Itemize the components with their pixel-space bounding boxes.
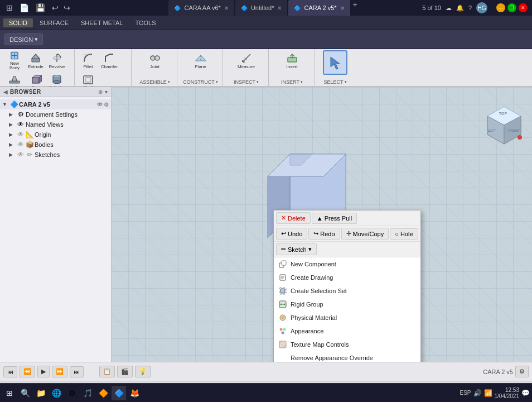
- playback-play-button[interactable]: ▶: [37, 366, 50, 377]
- help-icon[interactable]: ?: [468, 4, 472, 11]
- ctx-redo-button[interactable]: ↪ Redo: [308, 228, 340, 240]
- playback-next-button[interactable]: ⏩: [52, 366, 67, 377]
- tab-tools[interactable]: TOOLS: [129, 18, 161, 27]
- revolve-icon[interactable]: Revolve: [47, 50, 67, 70]
- ctx-appearance[interactable]: Appearance: [274, 324, 420, 338]
- taskbar-app-fusion-2[interactable]: 🔷: [112, 386, 126, 400]
- taskbar-search-button[interactable]: 🔍: [18, 386, 32, 400]
- chamfer-icon[interactable]: Chamfer: [99, 50, 119, 70]
- taskbar-notification-icon[interactable]: 💬: [521, 389, 530, 397]
- add-tab-icon[interactable]: +: [351, 0, 359, 16]
- tree-bodies[interactable]: ▶ 👁 📦 Bodies: [0, 140, 111, 150]
- extrude-icon[interactable]: Extrude: [26, 50, 46, 70]
- inspect-group-label[interactable]: INSPECT ▾: [226, 79, 266, 85]
- tree-root[interactable]: ▼ 🔷 CARA 2 v5 👁 ⚙: [0, 99, 111, 109]
- ctx-hole-button[interactable]: ○ Hole: [390, 228, 418, 240]
- canvas-status: CARA 2 v5: [483, 368, 513, 375]
- taskbar-lang-label: ESP: [460, 390, 471, 396]
- tab-close-untitled[interactable]: ✕: [277, 5, 282, 11]
- tree-root-settings[interactable]: ⚙: [104, 102, 109, 108]
- tab-cara2[interactable]: 🔷 CARA 2 v5* ✕: [288, 0, 350, 16]
- timeline-button[interactable]: 🎬: [117, 366, 133, 377]
- main-toolbar: New Body Extrude Revolve: [0, 49, 532, 87]
- plane-icon[interactable]: Plane: [191, 50, 211, 70]
- ctx-remove-appearance[interactable]: Remove Appearance Override: [274, 351, 420, 362]
- canvas[interactable]: TOP LEFT FRONT ✕ Delete ▲ Press Pull: [112, 87, 532, 362]
- ctx-undo-button[interactable]: ↩ Undo: [276, 228, 307, 240]
- playback-last-button[interactable]: ⏭: [70, 366, 84, 377]
- svg-point-18: [151, 56, 155, 60]
- tab-surface[interactable]: SURFACE: [34, 18, 74, 27]
- taskbar-app-fusion-1[interactable]: 🔶: [96, 386, 110, 400]
- browser-collapse-icon[interactable]: ◀: [3, 89, 8, 95]
- cloud-icon[interactable]: ☁: [446, 4, 452, 12]
- svg-point-19: [155, 56, 159, 60]
- select-cursor-icon[interactable]: [323, 50, 347, 75]
- tab-cara-aa[interactable]: 🔷 CARA AA v6* ✕: [168, 0, 234, 16]
- playback-first-button[interactable]: ⏮: [3, 366, 17, 377]
- tab-close-cara-aa[interactable]: ✕: [224, 5, 229, 11]
- ctx-rigid-group[interactable]: Rigid Group: [274, 298, 420, 311]
- taskbar-windows-button[interactable]: ⊞: [2, 386, 17, 400]
- svg-marker-7: [12, 76, 17, 81]
- ctx-delete-button[interactable]: ✕ Delete: [276, 212, 311, 224]
- measure-icon[interactable]: Measure: [236, 50, 257, 70]
- ctx-texture-map[interactable]: Texture Map Controls: [274, 338, 420, 351]
- tab-sheet-metal[interactable]: SHEET METAL: [75, 18, 128, 27]
- ctx-create-selection-set[interactable]: Create Selection Set: [274, 284, 420, 298]
- tree-doc-settings[interactable]: ▶ ⚙ Document Settings: [0, 109, 111, 119]
- browser-settings-icon[interactable]: ▾: [105, 89, 108, 95]
- select-group-label[interactable]: SELECT ▾: [318, 79, 352, 85]
- new-body-icon[interactable]: New Body: [4, 50, 25, 70]
- tree-root-vis[interactable]: 👁: [97, 102, 103, 108]
- light-button[interactable]: 💡: [135, 366, 151, 377]
- insert-icons: Insert: [282, 50, 302, 70]
- tree-origin[interactable]: ▶ 👁 📐 Origin: [0, 130, 111, 140]
- fillet-icon[interactable]: Fillet: [78, 50, 98, 70]
- tree-sketches[interactable]: ▶ 👁 ✏ Sketches: [0, 150, 111, 160]
- ctx-sketch-button[interactable]: ✏ Sketch ▾: [276, 243, 317, 255]
- taskbar-app-music[interactable]: 🎵: [80, 386, 95, 400]
- ctx-physical-material[interactable]: Physical Material: [274, 311, 420, 324]
- insert-group-label[interactable]: INSERT ▾: [272, 79, 312, 85]
- ctx-move-button[interactable]: ✛ Move/Copy: [341, 228, 389, 240]
- tab-solid[interactable]: SOLID: [3, 18, 33, 27]
- file-icon[interactable]: 📄: [18, 3, 31, 12]
- settings-gear-button[interactable]: ⚙: [515, 366, 529, 377]
- taskbar-app-settings[interactable]: ⚙: [65, 386, 79, 400]
- capture-button[interactable]: 📋: [99, 366, 115, 377]
- tab-untitled[interactable]: 🔷 Untitled* ✕: [235, 0, 288, 16]
- taskbar-app-files[interactable]: 📁: [33, 386, 48, 400]
- redo-icon[interactable]: ↪: [62, 3, 72, 12]
- user-avatar[interactable]: HG: [476, 2, 487, 13]
- taskbar-app-unknown[interactable]: 🦊: [127, 386, 142, 400]
- close-button[interactable]: ✕: [519, 3, 528, 12]
- design-dropdown[interactable]: DESIGN ▾: [4, 34, 43, 45]
- taskbar-network-icon[interactable]: 📶: [484, 389, 492, 397]
- maximize-button[interactable]: ❐: [507, 3, 516, 12]
- ctx-new-component[interactable]: New Component: [274, 257, 420, 271]
- pagination-label: 5 of 10: [422, 4, 441, 11]
- browser-expand-icon[interactable]: ⊕: [98, 89, 103, 95]
- taskbar-speaker-icon[interactable]: 🔊: [473, 389, 482, 397]
- cube-navigator[interactable]: TOP LEFT FRONT: [482, 104, 526, 149]
- ctx-create-drawing[interactable]: Create Drawing: [274, 271, 420, 284]
- tree-named-views[interactable]: ▶ 👁 Named Views: [0, 119, 111, 130]
- tab-close-cara2[interactable]: ✕: [340, 5, 345, 11]
- playback-prev-button[interactable]: ⏪: [20, 366, 35, 377]
- context-menu: ✕ Delete ▲ Press Pull ↩ Undo ↪ Redo: [273, 210, 421, 362]
- svg-point-55: [280, 328, 283, 331]
- taskbar-apps: 📁 🌐 ⚙ 🎵 🔶 🔷 🦊: [33, 386, 142, 400]
- construct-group-label[interactable]: CONSTRUCT ▾: [181, 79, 220, 85]
- joint-icon[interactable]: Joint: [145, 50, 165, 70]
- tree-sketches-icon: 👁: [17, 151, 25, 159]
- save-icon[interactable]: 💾: [34, 3, 47, 12]
- grid-icon[interactable]: ⊞: [4, 3, 14, 12]
- assemble-group-label[interactable]: ASSEMBLE ▾: [135, 79, 175, 85]
- taskbar-app-edge[interactable]: 🌐: [49, 386, 64, 400]
- undo-icon[interactable]: ↩: [50, 3, 60, 12]
- insert-mesh-icon[interactable]: Insert: [282, 50, 302, 70]
- minimize-button[interactable]: —: [496, 3, 505, 12]
- ctx-press-pull-button[interactable]: ▲ Press Pull: [312, 213, 357, 224]
- bell-icon[interactable]: 🔔: [456, 4, 464, 12]
